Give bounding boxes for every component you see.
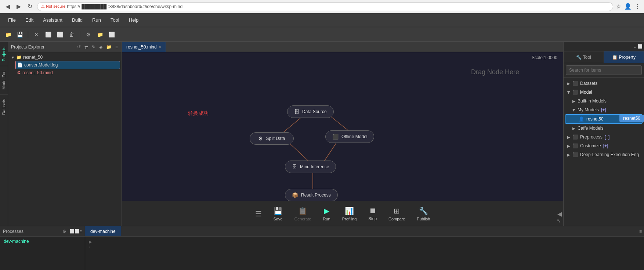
node-result-process[interactable]: 📦 Result Process bbox=[285, 189, 338, 201]
tree-root[interactable]: ▼ 📁 resnet_50 bbox=[10, 54, 120, 61]
customize-label: Customize bbox=[580, 143, 601, 148]
toolbar-close[interactable]: ✕ bbox=[31, 29, 41, 40]
property-tab-icon: 📋 bbox=[612, 55, 618, 60]
model-label: Model bbox=[580, 90, 592, 95]
node-offline-model[interactable]: ⬛ Offline Model bbox=[325, 130, 374, 143]
bottom-line1: ▶ bbox=[89, 238, 640, 244]
bottom-toolbar: ☰ 💾 Save 📋 Generate ▶ Run bbox=[122, 201, 563, 226]
tree-file-mind[interactable]: ⚙ resnet_50.mind bbox=[15, 69, 120, 76]
left-tab-model-zoo[interactable]: Model Zoo bbox=[0, 66, 8, 94]
node-offline-model-label: Offline Model bbox=[341, 134, 367, 139]
forward-button[interactable]: ▶ bbox=[15, 2, 23, 11]
search-input[interactable] bbox=[566, 65, 642, 75]
preprocess-icon: ⬛ bbox=[572, 134, 578, 140]
left-tab-projects[interactable]: Projects bbox=[0, 42, 8, 66]
panel-folder-icon[interactable]: 📁 bbox=[105, 44, 112, 50]
right-panel-collapse[interactable]: ⬜ bbox=[637, 44, 643, 49]
tab-tool[interactable]: 🔧 Tool bbox=[564, 51, 604, 63]
toolbar-open[interactable]: 📁 bbox=[3, 29, 13, 40]
deep-learning-icon: ⬛ bbox=[572, 152, 578, 157]
tree-built-in-models[interactable]: ▶ Built-in Models bbox=[565, 97, 643, 105]
tree-root-icon: 📁 bbox=[16, 55, 22, 60]
generate-icon: 📋 bbox=[298, 206, 307, 215]
tree-resnet50[interactable]: 👤 resnet50 resnet50 bbox=[565, 114, 643, 124]
process-dev-machine[interactable]: dev-machine bbox=[0, 237, 85, 246]
my-models-add-btn[interactable]: [+] bbox=[601, 107, 606, 112]
browser-right-icons: ☆ 👤 ⋮ bbox=[616, 3, 640, 10]
browser-menu-icon[interactable]: ⋮ bbox=[634, 3, 640, 10]
menu-build[interactable]: Build bbox=[68, 15, 87, 25]
menu-assistant[interactable]: Assistant bbox=[39, 15, 67, 25]
fullscreen-button[interactable]: ⤡ bbox=[557, 218, 561, 224]
tree-my-models[interactable]: ▶ My Models [+] bbox=[565, 105, 643, 114]
left-tab-datasets[interactable]: Datasets bbox=[0, 94, 8, 119]
btn-compare[interactable]: ⊞ Compare bbox=[384, 204, 409, 223]
btn-save[interactable]: 💾 Save bbox=[269, 204, 287, 223]
publish-label: Publish bbox=[417, 217, 430, 221]
profiling-icon: 📊 bbox=[345, 206, 354, 215]
url-bar[interactable]: ⚠ Not secure https:// ████████ :8888/das… bbox=[37, 2, 613, 11]
editor-tab-mind[interactable]: resnet_50.mind × bbox=[122, 42, 166, 52]
refresh-button[interactable]: ↻ bbox=[26, 2, 34, 11]
back-button[interactable]: ◀ bbox=[4, 2, 12, 11]
menu-file[interactable]: File bbox=[4, 15, 20, 25]
btn-list[interactable]: ☰ bbox=[251, 207, 266, 220]
tab-close-icon[interactable]: × bbox=[159, 45, 161, 49]
run-label: Run bbox=[323, 217, 330, 221]
tab-property[interactable]: 📋 Property bbox=[604, 51, 644, 63]
datasets-expand-icon: ▶ bbox=[567, 82, 570, 86]
menu-run[interactable]: Run bbox=[88, 15, 105, 25]
bookmark-icon[interactable]: ☆ bbox=[616, 3, 621, 10]
menu-help[interactable]: Help bbox=[124, 15, 143, 25]
compare-label: Compare bbox=[388, 217, 405, 221]
toolbar-settings[interactable]: ⚙ bbox=[83, 29, 93, 40]
tree-customize[interactable]: ▶ ⬛ Customize [+] bbox=[565, 141, 643, 150]
toolbar-delete[interactable]: 🗑 bbox=[66, 29, 77, 40]
panel-collapse-icon[interactable]: ≡ bbox=[115, 44, 119, 50]
panel-sync-icon[interactable]: ⇄ bbox=[84, 44, 89, 50]
bottom-tab-options[interactable]: ≡ bbox=[639, 229, 642, 234]
right-tree: ▶ ⬛ Datasets ▶ ⬛ Model ▶ Built-in Models bbox=[564, 78, 644, 226]
node-mind-inference[interactable]: 🗄 Mind Inference bbox=[285, 161, 336, 173]
btn-profiling[interactable]: 📊 Profiling bbox=[338, 204, 361, 223]
menu-tool[interactable]: Tool bbox=[106, 15, 124, 25]
menu-bar: File Edit Assistant Build Run Tool Help bbox=[0, 13, 644, 27]
resnet50-tooltip: resnet50 bbox=[619, 115, 644, 122]
node-split-data[interactable]: ⚙ Split Data bbox=[250, 132, 294, 145]
processes-icons[interactable]: ⬜⬜≡ bbox=[69, 229, 82, 234]
customize-add-btn[interactable]: [+] bbox=[603, 143, 608, 148]
canvas-area[interactable]: Scale:1.0000 Drag Node Here 转换成功 bbox=[122, 52, 563, 226]
built-in-label: Built-in Models bbox=[578, 98, 607, 104]
panel-refresh-icon[interactable]: ↺ bbox=[76, 44, 82, 50]
account-icon[interactable]: 👤 bbox=[624, 3, 632, 10]
bottom-tab-dev-machine[interactable]: dev-machine bbox=[85, 226, 121, 236]
collapse-arrow[interactable]: ◀ bbox=[557, 210, 562, 217]
processes-options[interactable]: ⚙ bbox=[62, 229, 66, 234]
btn-publish[interactable]: 🔧 Publish bbox=[412, 204, 434, 223]
btn-run[interactable]: ▶ Run bbox=[319, 204, 335, 223]
panel-settings-icon[interactable]: ◈ bbox=[98, 44, 103, 50]
toolbar-save[interactable]: 💾 bbox=[15, 29, 25, 40]
generate-label: Generate bbox=[294, 217, 311, 221]
toolbar-extra[interactable]: ⬜ bbox=[106, 29, 117, 40]
node-result-process-icon: 📦 bbox=[292, 192, 298, 198]
panel-edit-icon[interactable]: ✎ bbox=[91, 44, 96, 50]
menu-edit[interactable]: Edit bbox=[21, 15, 38, 25]
node-offline-model-icon: ⬛ bbox=[332, 134, 339, 140]
toolbar-paste[interactable]: ⬜ bbox=[55, 29, 65, 40]
tree-file-label-2: resnet_50.mind bbox=[22, 70, 53, 75]
tree-deep-learning[interactable]: ▶ ⬛ Deep-Learning Execution Eng bbox=[565, 150, 643, 159]
btn-generate[interactable]: 📋 Generate bbox=[290, 204, 316, 223]
save-icon: 💾 bbox=[274, 206, 283, 215]
right-panel-options[interactable]: ≡ bbox=[634, 44, 636, 49]
tree-preprocess[interactable]: ▶ ⬛ Preprocess [+] bbox=[565, 133, 643, 141]
btn-stop[interactable]: ⏹ Stop bbox=[364, 204, 381, 223]
tree-model[interactable]: ▶ ⬛ Model bbox=[565, 88, 643, 97]
tree-caffe-models[interactable]: ▶ Caffe Models bbox=[565, 124, 643, 133]
toolbar-copy[interactable]: ⬜ bbox=[43, 29, 53, 40]
node-data-source[interactable]: 🗄 Data Source bbox=[287, 105, 334, 118]
preprocess-add-btn[interactable]: [+] bbox=[605, 134, 610, 140]
tree-file-convert-log[interactable]: 📄 convertModel.log bbox=[15, 61, 120, 69]
tree-datasets[interactable]: ▶ ⬛ Datasets bbox=[565, 79, 643, 88]
toolbar-folder[interactable]: 📁 bbox=[95, 29, 105, 40]
